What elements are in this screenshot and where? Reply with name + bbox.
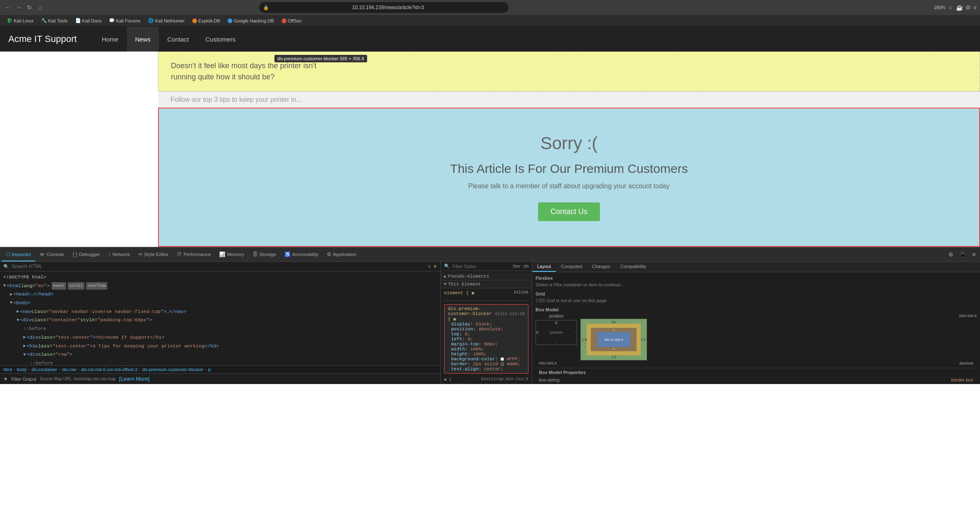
pick-element-button[interactable]: ✛ xyxy=(433,264,437,269)
breadcrumb-p[interactable]: p xyxy=(208,367,211,372)
devtools-tab-style-editor[interactable]: ✏ Style Editor xyxy=(134,248,173,261)
add-node-button[interactable]: + xyxy=(428,264,431,269)
zoom-level[interactable]: 190% xyxy=(934,4,945,11)
devtools-tab-application[interactable]: ⚙ Application xyxy=(323,248,360,261)
flexbox-note: Select a Flex container or item to conti… xyxy=(536,282,977,287)
breadcrumb-container[interactable]: div.container xyxy=(32,367,57,372)
browser-action-buttons: 190% ☆ ☕ ⚙ ≡ xyxy=(934,4,977,11)
this-element-section[interactable]: ▼ This Element xyxy=(441,281,532,288)
layout-tab-bar: Layout Computed Changes Compatibility xyxy=(532,262,980,272)
source-map-text: Source Map URL: bootstrap.min.css.map xyxy=(39,377,116,381)
layout-tab-compatibility[interactable]: Compatibility xyxy=(615,262,652,272)
devtools-tab-debugger[interactable]: { } Debugger xyxy=(69,248,104,261)
grid-title: Grid xyxy=(536,291,977,296)
back-button[interactable]: ← xyxy=(3,3,12,12)
nav-customers[interactable]: Customers xyxy=(197,27,244,52)
color-swatch-border[interactable] xyxy=(501,362,504,366)
bookmark-google-hacking-db[interactable]: ⬤ Google Hacking DB xyxy=(224,17,277,24)
devtools-tab-inspector[interactable]: ⬡ Inspector xyxy=(2,248,35,261)
css-prop-position: position: absolute; xyxy=(451,327,525,332)
html-before-2: ::before xyxy=(0,359,440,365)
style-editor-icon: ✏ xyxy=(138,251,143,257)
devtools-settings-button[interactable]: ⚙ xyxy=(946,251,955,259)
contact-us-button[interactable]: Contact Us xyxy=(538,202,600,221)
layout-tab-layout[interactable]: Layout xyxy=(532,262,556,272)
bookmark-kali-linux[interactable]: 🐉 Kali Linux xyxy=(3,17,37,24)
browser-chrome: ← → ↻ ⌂ 🔒 10.10.194.239/news/article?id=… xyxy=(0,0,980,27)
layout-tab-changes[interactable]: Changes xyxy=(587,262,615,272)
devtools-tab-bar: ⬡ Inspector ≫ Console { } Debugger ↕ Net… xyxy=(0,248,980,262)
devtools-tab-console[interactable]: ≫ Console xyxy=(35,248,68,261)
devtools-tab-performance[interactable]: ⏱ Performance xyxy=(173,248,215,261)
html-h3: ▶ <h3 class= "text-center" > 3 Tips for … xyxy=(0,342,440,351)
bookmark-kali-nethunter[interactable]: 🌐 Kali NetHunter xyxy=(145,17,188,24)
grid-note: CSS Grid is not in use on this page xyxy=(536,298,977,303)
breadcrumb-col[interactable]: div.col-md-6.col-md-offset-3 xyxy=(81,367,137,372)
bookmark-kali-docs[interactable]: 📄 Kali Docs xyxy=(72,17,105,24)
network-icon: ↕ xyxy=(108,251,111,257)
application-icon: ⚙ xyxy=(327,251,331,257)
filter-output-bar: ▼ Filter Output Source Map URL: bootstra… xyxy=(0,373,440,384)
bookmark-exploit-db[interactable]: ⬤ Exploit-DB xyxy=(189,17,223,24)
hov-pseudo[interactable]: :hov xyxy=(512,264,520,268)
bookmark-kali-forums[interactable]: 💬 Kali Forums xyxy=(106,17,144,24)
inherited-body-label: -webkit-box-sizing: border-box; -moz-box… xyxy=(441,384,532,384)
settings-button[interactable]: ⚙ xyxy=(965,4,971,11)
pseudo-elements-section[interactable]: ▶ Pseudo-elements xyxy=(441,273,532,281)
accessibility-icon: ♿ xyxy=(284,251,291,257)
nav-contact[interactable]: Contact xyxy=(159,27,197,52)
color-swatch-bg[interactable] xyxy=(501,357,504,361)
box-model-props-section: Box Model Properties box-sizing border-b… xyxy=(536,368,977,384)
memory-icon: 📊 xyxy=(219,251,225,257)
html-html-tag: ▼ <html lang= "en" > event scroll overfl… xyxy=(0,282,440,291)
sorry-title: Sorry :( xyxy=(541,133,598,153)
home-button[interactable]: ⌂ xyxy=(36,3,45,12)
layout-tab-computed[interactable]: Computed xyxy=(556,262,587,272)
breadcrumb-body[interactable]: body xyxy=(17,367,27,372)
premium-blocker: Sorry :( This Article Is For Our Premium… xyxy=(158,108,980,247)
html-doctype: <!DOCTYPE html> xyxy=(0,273,440,282)
extensions-button[interactable]: ☕ xyxy=(956,4,963,11)
bookmark-offsec[interactable]: ⬤ OffSec xyxy=(278,17,305,24)
forward-button[interactable]: → xyxy=(14,3,23,12)
breadcrumb-bar: html › body › div.container › div.row › … xyxy=(0,365,440,373)
devtools-tab-network[interactable]: ↕ Network xyxy=(104,248,134,261)
element-inline-rule: element { ◉ inline xyxy=(441,288,532,297)
page-content: Doesn't it feel like most days the print… xyxy=(0,52,980,247)
css-search-input[interactable] xyxy=(452,264,510,269)
nav-home[interactable]: Home xyxy=(94,27,127,52)
box-margin: 54 1.6 1.6 1.6 0 581.6×353.6 xyxy=(580,319,647,360)
devtools-tab-storage[interactable]: 🗄 Storage xyxy=(249,248,280,261)
box-padding-vis: 0 581.6×353.6 0 xyxy=(591,328,637,351)
breadcrumb-premium-blocker[interactable]: div.premium-customer-blocker xyxy=(142,367,203,372)
bookmark-kali-tools[interactable]: 🔧 Kali Tools xyxy=(38,17,71,24)
layout-panel: Layout Computed Changes Compatibility Fl… xyxy=(532,262,980,384)
html-search-input[interactable] xyxy=(12,263,426,269)
refresh-button[interactable]: ↻ xyxy=(25,3,34,12)
html-container: ▼ <div class= "container" style= "paddin… xyxy=(0,316,440,325)
bootstrap-source-rule: ◉ { bootstrap.min.css:5 xyxy=(441,375,532,384)
breadcrumb-row[interactable]: div.row xyxy=(62,367,76,372)
cls-pseudo[interactable]: :cls xyxy=(523,264,529,268)
box-model-title: Box Model xyxy=(536,307,977,312)
bookmark-button[interactable]: ☆ xyxy=(948,4,953,11)
css-prop-border: border: 2px solid #000; xyxy=(451,362,525,367)
breadcrumb-html[interactable]: html xyxy=(3,367,12,372)
devtools-tab-accessibility[interactable]: ♿ Accessibility xyxy=(280,248,323,261)
devtools-tab-memory[interactable]: 📊 Memory xyxy=(215,248,249,261)
devtools-panel: ⬡ Inspector ≫ Console { } Debugger ↕ Net… xyxy=(0,247,980,384)
learn-more-link[interactable]: [Learn More] xyxy=(119,376,150,382)
nav-news[interactable]: News xyxy=(127,27,159,52)
devtools-responsive-button[interactable]: 📱 xyxy=(957,251,968,259)
element-tooltip: div.premium-customer-blocker 585 × 356.8 xyxy=(274,55,367,62)
position-label: position xyxy=(536,314,577,318)
overflow-badge: overflow xyxy=(86,282,107,290)
size-display: 585×356.8 xyxy=(580,314,977,318)
box-model-section: Box Model position 0 - - 0 position xyxy=(536,307,977,384)
menu-button[interactable]: ≡ xyxy=(973,4,977,11)
address-bar[interactable]: 🔒 10.10.194.239/news/article?id=3 xyxy=(259,2,509,13)
position-diagram: 0 - - 0 position xyxy=(536,320,577,345)
css-blocker-rule: div.premium-customer-blocker { ◉ style.c… xyxy=(444,304,528,374)
devtools-close-button[interactable]: ✕ xyxy=(970,251,978,259)
layout-content: Flexbox Select a Flex container or item … xyxy=(532,272,980,384)
